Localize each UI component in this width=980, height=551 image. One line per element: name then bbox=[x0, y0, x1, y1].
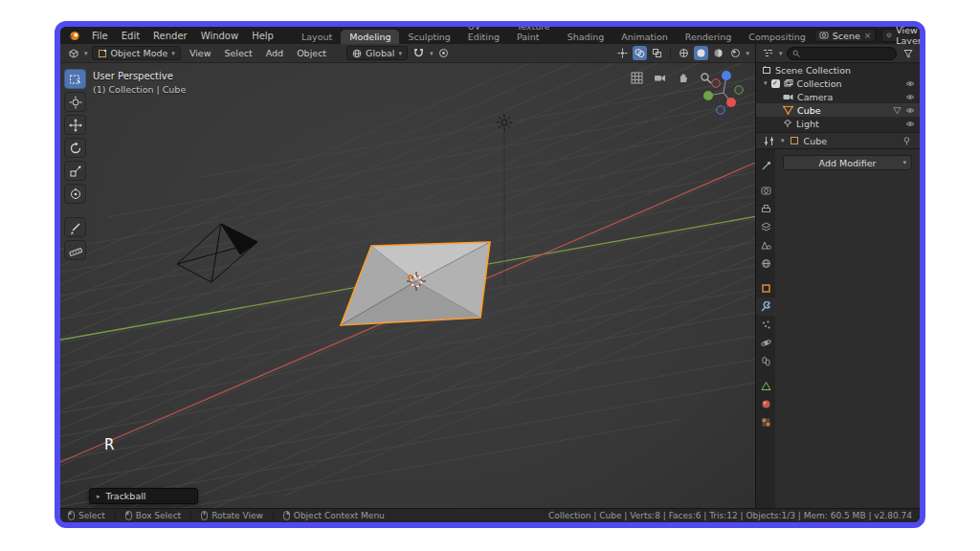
menu-view[interactable]: View bbox=[185, 47, 216, 59]
material-tab-icon[interactable] bbox=[756, 395, 775, 413]
chevron-down-icon[interactable]: ▾ bbox=[746, 50, 749, 57]
outliner-row-light[interactable]: Light bbox=[756, 117, 920, 130]
eye-icon[interactable] bbox=[905, 121, 915, 127]
box-select-tool[interactable] bbox=[64, 69, 86, 89]
move-tool[interactable] bbox=[64, 115, 86, 135]
rendered-shading-icon[interactable] bbox=[728, 46, 743, 60]
physics-tab-icon[interactable] bbox=[756, 334, 775, 352]
gizmo-x-neg[interactable] bbox=[712, 79, 721, 88]
tab-texture-paint[interactable]: Texture Paint bbox=[508, 21, 559, 44]
proportional-editing-icon[interactable] bbox=[436, 46, 451, 60]
show-gizmo-icon[interactable] bbox=[615, 46, 630, 60]
show-overlays-icon[interactable] bbox=[633, 46, 647, 60]
gizmo-x-axis[interactable] bbox=[726, 98, 736, 107]
orientation-label: Global bbox=[366, 48, 394, 58]
filter-funnel-icon[interactable] bbox=[901, 46, 915, 60]
tab-compositing[interactable]: Compositing bbox=[740, 30, 814, 44]
navigation-gizmo[interactable] bbox=[696, 65, 751, 121]
view-layer-tab-icon[interactable] bbox=[756, 218, 775, 236]
mouse-middle-icon bbox=[201, 511, 208, 520]
snap-magnet-icon[interactable] bbox=[412, 46, 426, 60]
solid-shading-icon[interactable] bbox=[694, 46, 708, 60]
menu-edit[interactable]: Edit bbox=[116, 30, 145, 42]
menu-file[interactable]: File bbox=[86, 30, 114, 42]
viewport-canvas[interactable]: User Perspective (1) Collection | Cube R… bbox=[60, 63, 755, 508]
outliner-row-collection[interactable]: ▾ ✓ Collection bbox=[756, 77, 920, 90]
statusbar: Select Box Select Rotate View Object Con… bbox=[60, 508, 920, 522]
hand-move-icon[interactable] bbox=[675, 70, 690, 85]
gizmo-z-axis[interactable] bbox=[722, 71, 731, 80]
tab-uv-editing[interactable]: UV Editing bbox=[459, 21, 508, 44]
disclosure-triangle-icon[interactable]: ▾ bbox=[764, 79, 768, 87]
modifier-panel: Add Modifier ▾ bbox=[775, 149, 920, 508]
collection-checkbox[interactable]: ✓ bbox=[771, 79, 780, 88]
tab-animation[interactable]: Animation bbox=[612, 30, 676, 44]
menu-select[interactable]: Select bbox=[219, 47, 256, 59]
world-tab-icon[interactable] bbox=[756, 254, 775, 273]
outliner-row-cube[interactable]: Cube bbox=[756, 103, 920, 117]
scene-tab-icon[interactable] bbox=[756, 236, 775, 254]
eye-icon[interactable] bbox=[905, 107, 915, 114]
menu-object[interactable]: Object bbox=[292, 47, 331, 59]
menu-add[interactable]: Add bbox=[261, 47, 288, 59]
tab-sculpting[interactable]: Sculpting bbox=[399, 30, 458, 44]
gizmo-z-neg[interactable] bbox=[717, 106, 725, 115]
transform-tool[interactable] bbox=[64, 184, 86, 204]
gizmo-y-neg[interactable] bbox=[735, 86, 744, 95]
mesh-data-icon bbox=[783, 105, 793, 115]
texture-tab-icon[interactable] bbox=[756, 413, 775, 431]
eye-icon[interactable] bbox=[905, 94, 915, 100]
outliner-row-scene-collection[interactable]: Scene Collection bbox=[756, 63, 920, 77]
wireframe-shading-icon[interactable] bbox=[677, 46, 691, 60]
menu-render[interactable]: Render bbox=[147, 30, 193, 42]
object-tab-icon[interactable] bbox=[756, 279, 775, 298]
rotate-tool[interactable] bbox=[64, 138, 86, 158]
view-layer-selector[interactable]: View Layer × bbox=[881, 29, 925, 42]
view-perspective-label: User Perspective bbox=[93, 71, 173, 81]
measure-tool[interactable] bbox=[64, 240, 86, 260]
outliner-search[interactable] bbox=[787, 47, 897, 60]
constraints-tab-icon[interactable] bbox=[756, 352, 775, 370]
orientation-dropdown[interactable]: Global ▾ bbox=[346, 46, 408, 60]
tab-shading[interactable]: Shading bbox=[559, 30, 613, 44]
add-modifier-dropdown[interactable]: Add Modifier ▾ bbox=[783, 155, 912, 170]
camera-object[interactable] bbox=[177, 224, 257, 282]
gizmo-y-axis[interactable] bbox=[703, 91, 713, 100]
scale-tool[interactable] bbox=[64, 161, 86, 181]
data-tab-icon[interactable] bbox=[756, 377, 775, 395]
mode-dropdown[interactable]: Object Mode ▾ bbox=[92, 46, 181, 60]
tab-modeling[interactable]: Modeling bbox=[341, 30, 399, 44]
trackball-popup[interactable]: ▸ Trackball bbox=[89, 488, 198, 504]
viewport-editor-icon[interactable] bbox=[66, 46, 80, 60]
cube-object[interactable] bbox=[341, 242, 490, 325]
render-tab-icon[interactable] bbox=[756, 182, 775, 200]
chevron-down-icon[interactable]: ▾ bbox=[779, 50, 783, 57]
scene-selector[interactable]: Scene × bbox=[814, 29, 877, 42]
xray-toggle-icon[interactable] bbox=[650, 46, 664, 60]
menu-window[interactable]: Window bbox=[195, 30, 244, 42]
camera-view-icon[interactable] bbox=[652, 70, 667, 85]
outliner-row-camera[interactable]: Camera bbox=[756, 90, 920, 103]
tab-layout[interactable]: Layout bbox=[293, 30, 341, 44]
chevron-down-icon[interactable]: ▾ bbox=[84, 50, 88, 57]
annotate-tool[interactable] bbox=[64, 217, 86, 237]
pin-icon[interactable] bbox=[900, 134, 914, 148]
tab-rendering[interactable]: Rendering bbox=[677, 30, 741, 44]
tool-tab-icon[interactable] bbox=[756, 157, 775, 175]
close-icon[interactable]: × bbox=[864, 31, 872, 40]
grid-icon[interactable] bbox=[629, 70, 644, 85]
properties-editor-icon[interactable] bbox=[762, 134, 776, 148]
chevron-down-icon[interactable]: ▾ bbox=[781, 137, 785, 144]
chevron-down-icon[interactable]: ▾ bbox=[430, 50, 434, 57]
material-shading-icon[interactable] bbox=[711, 46, 725, 60]
search-input[interactable] bbox=[803, 49, 891, 58]
light-object[interactable] bbox=[497, 115, 513, 131]
scene-icon bbox=[819, 31, 829, 40]
menu-help[interactable]: Help bbox=[246, 30, 279, 42]
modifiers-tab-icon[interactable] bbox=[756, 298, 775, 316]
particles-tab-icon[interactable] bbox=[756, 316, 775, 334]
eye-icon[interactable] bbox=[905, 80, 915, 87]
cursor-tool[interactable] bbox=[64, 92, 86, 112]
output-tab-icon[interactable] bbox=[756, 200, 775, 218]
outliner-editor-icon[interactable] bbox=[761, 46, 775, 60]
